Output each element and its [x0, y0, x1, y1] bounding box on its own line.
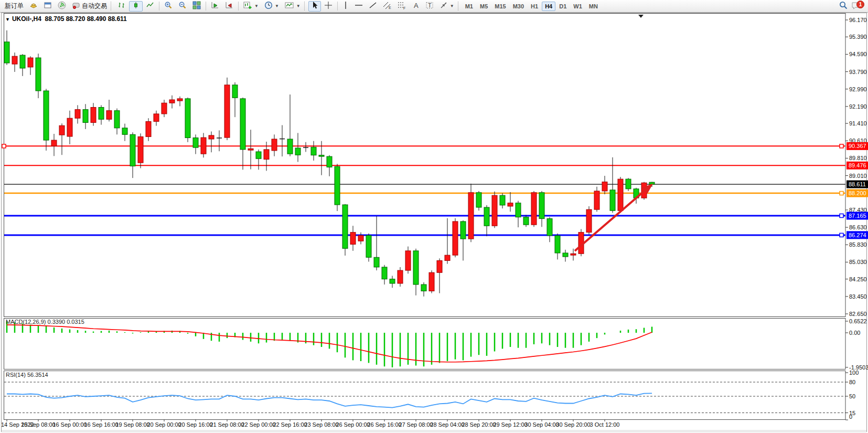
svg-text:89.476: 89.476	[849, 162, 866, 168]
toolbar-grip	[458, 2, 460, 10]
new-order-label: 新订单	[5, 2, 24, 10]
line-chart-icon	[146, 1, 154, 11]
new-order-button[interactable]: 新订单	[2, 1, 26, 12]
tab-timeframe-M1[interactable]: M1	[462, 2, 476, 11]
svg-text:3 Oct 12:00: 3 Oct 12:00	[590, 421, 620, 428]
svg-text:90.367: 90.367	[849, 143, 866, 149]
chart-shift-button[interactable]	[222, 1, 236, 12]
svg-text:86.630: 86.630	[849, 224, 867, 230]
svg-text:91.410: 91.410	[849, 120, 867, 126]
candlestick-chart-button[interactable]	[129, 1, 143, 12]
navigator-button[interactable]	[41, 1, 55, 12]
crosshair-button[interactable]	[322, 1, 335, 12]
toolbar-separator	[337, 2, 338, 10]
macd-indicator-label: MACD(12,26,9) 0.3390 0.0315	[6, 319, 84, 325]
clock-icon	[264, 1, 273, 11]
candlestick-icon	[132, 1, 140, 11]
toolbar-grip	[304, 2, 306, 10]
svg-text:93.790: 93.790	[849, 69, 867, 75]
market-watch-button[interactable]	[27, 1, 40, 12]
autotrading-label: 自动交易	[82, 2, 107, 10]
notifications-button[interactable]: 1	[851, 1, 863, 12]
svg-text:89.810: 89.810	[849, 155, 867, 161]
tile-windows-icon	[192, 1, 201, 11]
chevron-down-icon: ▼	[450, 4, 454, 8]
svg-text:26 Sep 16:00: 26 Sep 16:00	[367, 421, 401, 428]
horizontal-line-tool-button[interactable]	[352, 1, 366, 12]
cursor-button[interactable]	[308, 1, 321, 12]
indicators-icon	[285, 1, 294, 11]
tab-timeframe-MN[interactable]: MN	[586, 2, 601, 11]
svg-text:86.274: 86.274	[849, 232, 866, 238]
price-chart[interactable]: 96.17095.39094.59093.79092.99092.19091.4…	[0, 0, 868, 433]
svg-text:26 Sep 00:00: 26 Sep 00:00	[336, 421, 370, 428]
arrows-icon	[440, 1, 448, 11]
autotrading-icon	[72, 1, 80, 11]
cursor-arrow-icon	[311, 1, 318, 11]
tab-timeframe-D1[interactable]: D1	[556, 2, 570, 11]
svg-text:94.590: 94.590	[849, 51, 867, 57]
svg-text:16 Sep 00:00: 16 Sep 00:00	[52, 421, 87, 428]
svg-text:19 Sep 08:00: 19 Sep 08:00	[115, 421, 149, 428]
svg-text:80: 80	[849, 379, 855, 385]
new-chart-icon	[243, 1, 252, 11]
tab-timeframe-M15[interactable]: M15	[491, 2, 509, 11]
chevron-down-icon: ▼	[296, 4, 301, 8]
vertical-line-icon	[342, 1, 349, 11]
svg-text:88.200: 88.200	[849, 190, 866, 196]
svg-text:E: E	[389, 6, 391, 9]
svg-text:20 Sep 16:00: 20 Sep 16:00	[178, 421, 212, 428]
svg-text:89.010: 89.010	[849, 173, 867, 179]
svg-text:15 Sep 08:00: 15 Sep 08:00	[21, 421, 55, 428]
svg-text:21 Sep 08:00: 21 Sep 08:00	[210, 421, 244, 428]
bar-chart-icon	[117, 1, 126, 11]
auto-scroll-button[interactable]	[208, 1, 222, 12]
autotrading-button[interactable]: 自动交易	[69, 1, 110, 12]
svg-text:30 Sep 20:00: 30 Sep 20:00	[556, 421, 590, 428]
zoom-in-button[interactable]	[162, 1, 175, 12]
notification-badge: 1	[856, 1, 864, 8]
arrows-tool-button[interactable]: ▼	[437, 1, 457, 12]
toolbar-separator	[159, 2, 159, 10]
tab-timeframe-W1[interactable]: W1	[570, 2, 585, 11]
zoom-in-icon	[164, 1, 173, 11]
trendline-icon	[369, 1, 377, 11]
svg-text:20 Sep 00:00: 20 Sep 00:00	[147, 421, 181, 428]
tab-timeframe-M30[interactable]: M30	[510, 2, 527, 11]
toolbar-right-tools: 1	[839, 1, 866, 12]
market-watch-icon	[29, 1, 38, 11]
tab-timeframe-H4[interactable]: H4	[542, 2, 555, 11]
new-chart-button[interactable]: ▼	[241, 1, 261, 12]
zoom-out-icon	[178, 1, 187, 11]
text-label-icon: T	[425, 1, 434, 11]
toolbar-separator	[206, 2, 206, 10]
tab-timeframe-M5[interactable]: M5	[477, 2, 491, 11]
tab-timeframe-H1[interactable]: H1	[528, 2, 541, 11]
navigator-icon	[44, 1, 52, 11]
one-click-collapse-icon[interactable]: ▼	[5, 17, 10, 22]
tile-windows-button[interactable]	[190, 1, 203, 12]
vertical-line-tool-button[interactable]	[340, 1, 351, 12]
svg-text:92.990: 92.990	[849, 86, 867, 92]
fibonacci-icon: F	[398, 1, 406, 11]
indicators-button[interactable]: ▼	[282, 1, 303, 12]
line-chart-button[interactable]	[143, 1, 157, 12]
chart-ohlc-overlay: ▼UKOil-,H4 88.705 88.720 88.490 88.611	[5, 15, 127, 23]
svg-text:28 Sep 20:00: 28 Sep 20:00	[462, 421, 496, 428]
svg-text:85.030: 85.030	[849, 259, 867, 265]
zoom-out-button[interactable]	[176, 1, 189, 12]
bar-chart-button[interactable]	[115, 1, 128, 12]
text-tool-button[interactable]: A	[410, 1, 422, 12]
signals-button[interactable]	[55, 1, 69, 12]
fibonacci-tool-button[interactable]: F	[395, 1, 409, 12]
trendline-tool-button[interactable]	[366, 1, 380, 12]
channel-tool-button[interactable]: E	[380, 1, 394, 12]
text-label-tool-button[interactable]: T	[423, 1, 436, 12]
svg-text:29 Sep 12:00: 29 Sep 12:00	[493, 421, 527, 428]
equidistant-channel-icon: E	[383, 1, 392, 11]
svg-text:96.170: 96.170	[849, 17, 867, 23]
search-icon[interactable]	[839, 1, 848, 12]
period-clock-button[interactable]: ▼	[262, 1, 282, 12]
svg-text:100: 100	[849, 369, 859, 376]
svg-text:F: F	[403, 6, 405, 10]
